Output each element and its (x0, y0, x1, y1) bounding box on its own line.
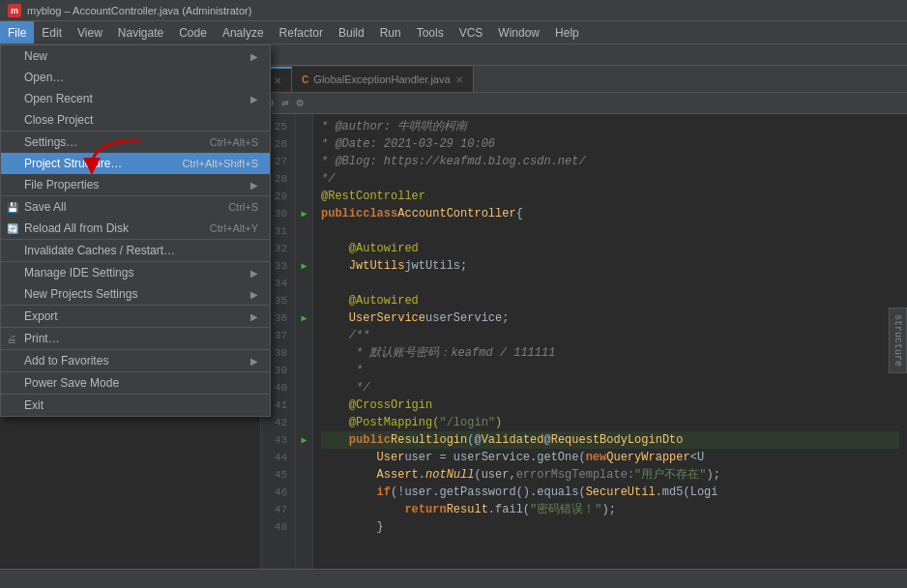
menu-new[interactable]: New ▶ (1, 45, 270, 67)
menu-file-properties[interactable]: File Properties ▶ (1, 174, 270, 195)
menu-power-save-mode[interactable]: Power Save Mode (1, 372, 270, 394)
code-line-38: * 默认账号密码：keafmd / 111111 (321, 344, 899, 362)
code-content: 2526272829 3031323334 3536373839 4041424… (261, 114, 907, 588)
code-line-31 (321, 222, 899, 240)
menu-view[interactable]: View (70, 21, 110, 44)
code-line-34 (321, 275, 899, 292)
menu-new-projects-settings[interactable]: New Projects Settings ▶ (1, 283, 270, 305)
code-lines: * @author: 牛哄哄的柯南 * @Date: 2021-03-29 10… (313, 114, 907, 588)
code-editor: ⚙ ⇌ ⚙ 2526272829 3031323334 3536373839 4… (261, 93, 907, 588)
code-line-32: @Autowired (321, 240, 899, 257)
code-line-33: JwtUtils jwtUtils; (321, 257, 899, 275)
code-line-47: return Result.fail("密码错误！"); (321, 501, 899, 518)
code-line-27: * @Blog: https://keafmd.blog.csdn.net/ (321, 153, 899, 170)
menu-window[interactable]: Window (490, 21, 547, 44)
menu-open[interactable]: Open… (1, 67, 270, 88)
menu-export[interactable]: Export ▶ (1, 306, 270, 327)
status-bar: structure (0, 569, 907, 588)
menu-bar: File Edit View Navigate Code Analyze Ref… (0, 21, 907, 44)
toolbar-sync-btn[interactable]: ⇌ (281, 96, 288, 110)
menu-close-project[interactable]: Close Project (1, 109, 270, 131)
toolbar-gear-btn[interactable]: ⚙ (296, 96, 303, 110)
code-line-36: UserService userService; (321, 309, 899, 327)
code-line-42: @PostMapping("/login") (321, 414, 899, 431)
menu-file[interactable]: File (0, 21, 34, 44)
menu-project-structure[interactable]: Project Structure… Ctrl+Alt+Shift+S (1, 153, 270, 174)
menu-navigate[interactable]: Navigate (110, 21, 171, 44)
code-line-28: */ (321, 170, 899, 188)
file-menu-dropdown: New ▶ Open… Open Recent ▶ Close Project … (0, 44, 271, 417)
code-line-44: User user = userService.getOne(new Query… (321, 449, 899, 466)
code-line-30: public class AccountController { (321, 205, 899, 222)
structure-tab[interactable]: structure (889, 308, 907, 373)
code-line-40: */ (321, 379, 899, 397)
menu-code[interactable]: Code (171, 21, 215, 44)
menu-build[interactable]: Build (331, 21, 372, 44)
tab-close-globalexceptionhandler[interactable]: ✕ (455, 74, 463, 85)
menu-run[interactable]: Run (372, 21, 409, 44)
tab-globalexceptionhandler[interactable]: C GlobalExceptionHandler.java ✕ (292, 67, 474, 92)
menu-print[interactable]: 🖨 Print… (1, 328, 270, 349)
code-line-43: public Result login(@Validated @RequestB… (321, 431, 899, 449)
menu-manage-ide-settings[interactable]: Manage IDE Settings ▶ (1, 262, 270, 283)
menu-settings[interactable]: Settings… Ctrl+Alt+S (1, 132, 270, 153)
code-line-45: Assert.notNull(user, errorMsgTemplate: "… (321, 466, 899, 484)
tab-close-accountcontroller[interactable]: ✕ (274, 75, 281, 86)
menu-analyze[interactable]: Analyze (215, 21, 272, 44)
code-line-29: @RestController (321, 188, 899, 205)
menu-exit[interactable]: Exit (1, 395, 270, 416)
code-line-41: @CrossOrigin (321, 397, 899, 414)
code-line-39: * (321, 362, 899, 379)
code-line-48: } (321, 518, 899, 536)
menu-refactor[interactable]: Refactor (272, 21, 331, 44)
code-line-25: * @author: 牛哄哄的柯南 (321, 118, 899, 135)
menu-vcs[interactable]: VCS (452, 21, 491, 44)
code-line-37: /** (321, 327, 899, 344)
menu-invalidate-caches[interactable]: Invalidate Caches / Restart… (1, 240, 270, 261)
menu-open-recent[interactable]: Open Recent ▶ (1, 88, 270, 109)
code-line-35: @Autowired (321, 292, 899, 309)
code-toolbar: ⚙ ⇌ ⚙ (261, 93, 907, 114)
menu-help[interactable]: Help (547, 21, 587, 44)
menu-tools[interactable]: Tools (409, 21, 452, 44)
menu-save-all[interactable]: 💾 Save All Ctrl+S (1, 196, 270, 218)
gutter: ▶ ▶ ▶ ▶ (296, 114, 313, 588)
window-title: myblog – AccountController.java (Adminis… (27, 5, 251, 16)
menu-add-to-favorites[interactable]: Add to Favorites ▶ (1, 350, 270, 371)
app-icon: m (8, 4, 21, 17)
code-line-46: if(!user.getPassword().equals(SecureUtil… (321, 484, 899, 501)
title-bar: m myblog – AccountController.java (Admin… (0, 0, 907, 21)
menu-reload[interactable]: 🔄 Reload All from Disk Ctrl+Alt+Y (1, 218, 270, 239)
menu-edit[interactable]: Edit (34, 21, 70, 44)
code-line-26: * @Date: 2021-03-29 10:06 (321, 135, 899, 153)
